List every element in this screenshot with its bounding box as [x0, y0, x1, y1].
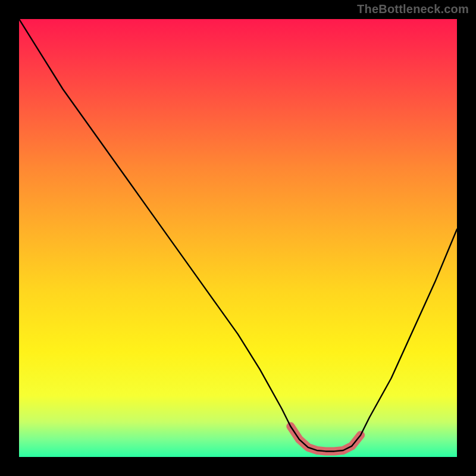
curve-main-line [19, 19, 457, 451]
chart-frame: TheBottleneck.com [0, 0, 476, 476]
curve-overlay [19, 19, 457, 457]
watermark-text: TheBottleneck.com [357, 2, 469, 16]
plot-area [19, 19, 457, 457]
